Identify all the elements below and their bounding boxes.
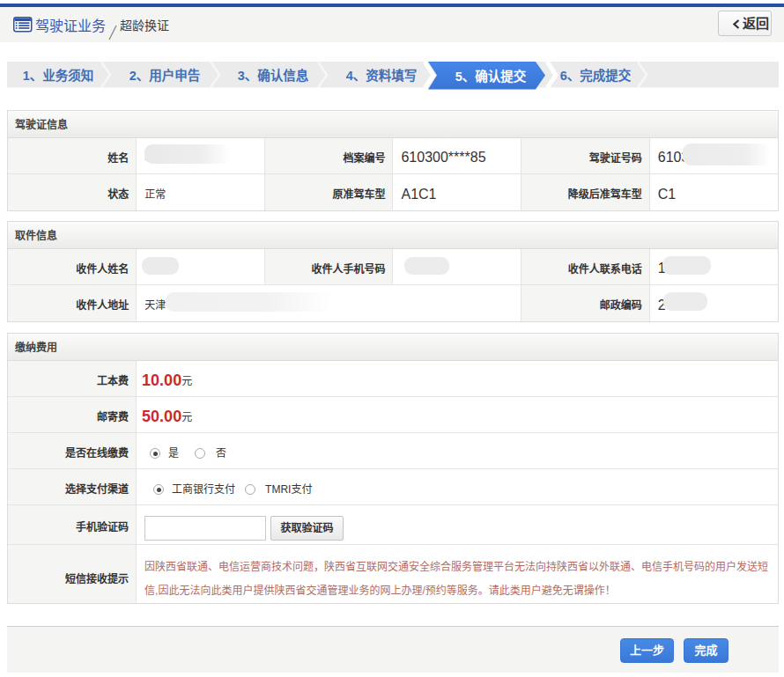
svg-text:6、完成提交: 6、完成提交 bbox=[560, 68, 632, 83]
svg-text:1、业务须知: 1、业务须知 bbox=[23, 68, 94, 83]
svg-text:3、确认信息: 3、确认信息 bbox=[238, 68, 309, 83]
svg-text:2、用户申告: 2、用户申告 bbox=[129, 68, 201, 83]
svg-text:5、确认提交: 5、确认提交 bbox=[455, 69, 527, 84]
svg-text:4、资料填写: 4、资料填写 bbox=[346, 68, 418, 83]
